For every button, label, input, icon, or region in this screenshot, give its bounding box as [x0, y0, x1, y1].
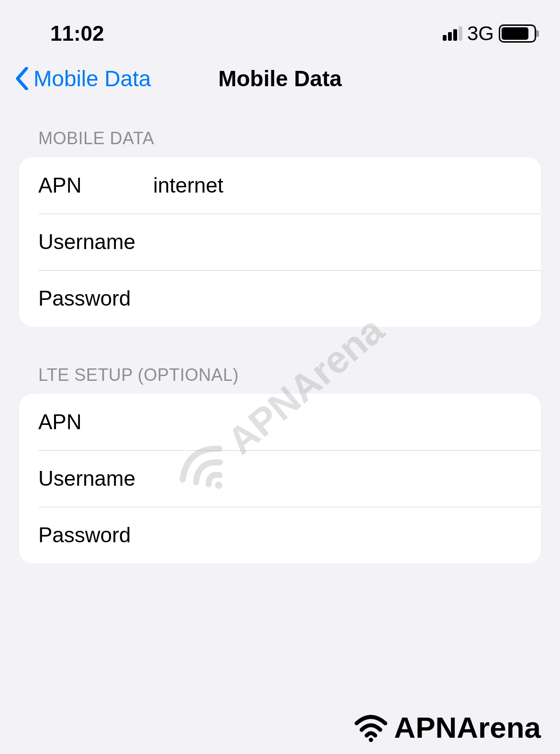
label-password: Password [38, 286, 153, 310]
status-right: 3G [443, 22, 536, 45]
section-header-lte-setup: LTE SETUP (OPTIONAL) [19, 365, 541, 394]
group-lte-setup: APN Username Password [19, 394, 541, 563]
row-mobile-data-username[interactable]: Username [19, 214, 541, 270]
input-lte-username[interactable] [153, 467, 522, 491]
input-lte-apn[interactable] [153, 410, 522, 434]
row-mobile-data-apn[interactable]: APN [19, 157, 541, 214]
watermark-bottom-text: APNArena [394, 710, 541, 744]
label-password: Password [38, 523, 153, 547]
row-lte-apn[interactable]: APN [19, 394, 541, 450]
input-mobile-data-username[interactable] [153, 230, 522, 254]
label-apn: APN [38, 410, 153, 434]
cellular-signal-icon [443, 26, 462, 41]
input-mobile-data-password[interactable] [153, 286, 522, 310]
battery-icon [499, 24, 536, 43]
group-mobile-data: APN Username Password [19, 157, 541, 327]
watermark-bottom: APNArena [352, 710, 541, 744]
network-type-label: 3G [467, 22, 494, 45]
input-mobile-data-apn[interactable] [153, 173, 522, 197]
back-button[interactable]: Mobile Data [14, 66, 151, 91]
input-lte-password[interactable] [153, 523, 522, 547]
row-lte-password[interactable]: Password [19, 507, 541, 563]
svg-point-1 [369, 738, 373, 742]
status-bar: 11:02 3G [0, 0, 560, 48]
section-header-mobile-data: MOBILE DATA [19, 128, 541, 157]
chevron-back-icon [14, 67, 30, 90]
label-username: Username [38, 230, 153, 254]
wifi-icon [352, 713, 390, 742]
page-title: Mobile Data [218, 66, 342, 91]
row-mobile-data-password[interactable]: Password [19, 270, 541, 327]
navigation-bar: Mobile Data Mobile Data [0, 48, 560, 100]
label-apn: APN [38, 173, 153, 197]
label-username: Username [38, 467, 153, 491]
status-time: 11:02 [50, 22, 104, 46]
row-lte-username[interactable]: Username [19, 450, 541, 507]
content: MOBILE DATA APN Username Password LTE SE… [0, 100, 560, 563]
back-label: Mobile Data [34, 66, 151, 91]
